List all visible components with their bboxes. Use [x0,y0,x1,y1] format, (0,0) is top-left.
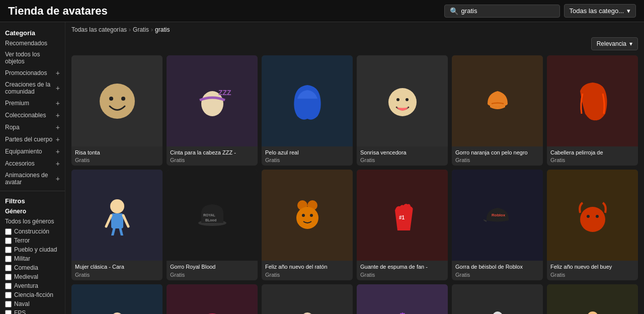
genre-item-3[interactable]: Militar [0,254,65,263]
item-card-4[interactable]: Gorro naranja con pelo negro Gratis [452,55,543,166]
genre-item-7[interactable]: Ciencia-ficción [0,290,65,299]
genre-checkbox-4[interactable] [5,265,12,271]
item-price-7: Gratis [170,272,254,278]
genre-label-2: Pueblo y ciudad [14,246,57,253]
page-title: Tienda de avatares [8,5,108,18]
svg-point-0 [100,84,135,119]
genre-checkbox-2[interactable] [5,247,12,253]
item-price-10: Gratis [455,272,539,278]
genre-checkbox-8[interactable] [5,301,12,307]
category-dropdown[interactable]: Todas las catego... ▾ [564,4,636,18]
sidebar-item-2[interactable]: Promocionados+ [0,67,65,79]
genre-item-8[interactable]: Naval [0,299,65,308]
breadcrumb-sep-1: › [129,26,131,33]
genre-checkbox-7[interactable] [5,292,12,298]
item-card-10[interactable]: Roblox Gorra de béisbol de Roblox Gratis [452,170,543,280]
item-card-0[interactable]: Risa tonta Gratis [71,55,163,166]
sidebar-item-8[interactable]: Equipamiento+ [0,145,65,158]
category-section-title: Categoría [0,26,65,38]
sidebar-item-7[interactable]: Partes del cuerpo+ [0,133,65,145]
item-card-14[interactable]: Aplauso Gratis [262,284,353,314]
item-price-6: Gratis [75,272,159,278]
svg-point-26 [596,215,599,218]
main-layout: Categoría RecomendadosVer todos los obje… [0,22,644,314]
genre-item-4[interactable]: Comedia [0,263,65,272]
genre-checkbox-9[interactable] [5,310,12,315]
sidebar-plus-icon-6: + [56,123,60,131]
genre-checkbox-1[interactable] [5,238,12,244]
sidebar-item-label-7: Partes del cuerpo [5,136,52,143]
svg-line-12 [112,228,114,236]
breadcrumb-all-categories[interactable]: Todas las categorías [71,26,127,33]
item-image-10: Roblox [452,170,543,261]
item-card-8[interactable]: Feliz año nuevo del ratón Gratis [262,170,353,280]
item-name-3: Sonrisa vencedora [360,149,444,156]
genre-item-0[interactable]: Construcción [0,227,65,236]
item-image-8 [262,170,353,261]
search-input[interactable] [461,7,554,15]
item-name-8: Feliz año nuevo del ratón [265,263,349,270]
sidebar-item-label-10: Animaciones de avatar [5,172,56,186]
item-card-16[interactable]: Inclinación Gratis [452,284,543,314]
item-image-3 [357,55,448,146]
svg-point-21 [310,214,313,217]
genre-item-6[interactable]: Aventura [0,281,65,290]
svg-point-19 [296,207,318,229]
item-card-11[interactable]: Feliz año nuevo del buey Gratis [547,170,638,280]
item-image-12 [71,284,163,314]
sidebar-item-10[interactable]: Animaciones de avatar+ [0,170,65,188]
genre-checkbox-3[interactable] [5,256,12,262]
item-card-6[interactable]: Mujer clásica - Cara Gratis [71,170,163,280]
item-price-5: Gratis [550,157,634,163]
svg-point-25 [587,215,590,218]
svg-text:Roblox: Roblox [492,213,506,217]
item-card-17[interactable]: Daniel Gratis [547,284,638,314]
genre-item-1[interactable]: Terror [0,236,65,245]
genre-item-2[interactable]: Pueblo y ciudad [0,245,65,254]
sidebar-item-gender-all[interactable]: Todos los géneros [0,216,65,227]
item-card-15[interactable]: Recogido lavanda Gratis [357,284,448,314]
item-name-6: Mujer clásica - Cara [75,263,159,270]
filters-title: Filtros [0,194,65,206]
genre-checkbox-0[interactable] [5,228,12,235]
search-bar[interactable]: 🔍 [444,5,560,18]
genre-label-1: Terror [14,237,30,244]
genre-checkbox-5[interactable] [5,274,12,280]
item-image-6 [71,170,163,261]
sidebar-item-3[interactable]: Creaciones de la comunidad+ [0,79,65,97]
sort-dropdown[interactable]: Relevancia ▾ [591,37,638,50]
item-info-2: Pelo azul real Gratis [262,146,353,166]
item-card-7[interactable]: ROYALBLood Gorro Royal Blood Gratis [167,170,258,280]
svg-line-13 [120,228,122,236]
breadcrumb-gratis-link[interactable]: Gratis [133,26,149,33]
item-price-8: Gratis [265,272,349,278]
item-image-0 [71,55,163,146]
item-price-2: Gratis [265,157,349,163]
item-image-11 [547,170,638,261]
sidebar-item-1[interactable]: Ver todos los objetos [0,49,65,67]
genre-checkbox-6[interactable] [5,283,12,289]
item-card-13[interactable]: Disco Poster Girl - Zara Larsson Gratis [167,284,258,314]
item-card-9[interactable]: #1 Guante de espuma de fan - Gratis [357,170,448,280]
sidebar-item-0[interactable]: Recomendados [0,38,65,49]
item-name-10: Gorra de béisbol de Roblox [455,263,539,270]
sidebar-item-5[interactable]: Coleccionables+ [0,109,65,121]
item-card-3[interactable]: Sonrisa vencedora Gratis [357,55,448,166]
genre-item-5[interactable]: Medieval [0,272,65,281]
svg-point-7 [406,98,409,101]
svg-point-2 [121,97,125,101]
genre-label-4: Comedia [14,264,38,271]
sort-row: Relevancia ▾ [71,37,638,50]
item-card-2[interactable]: Pelo azul real Gratis [262,55,353,166]
item-card-1[interactable]: ZZZ Cinta para la cabeza ZZZ - Gratis [167,55,258,166]
item-name-4: Gorro naranja con pelo negro [455,149,539,156]
svg-point-43 [493,311,503,314]
sidebar-item-4[interactable]: Premium+ [0,97,65,109]
sidebar-item-9[interactable]: Accesorios+ [0,158,65,170]
sidebar-item-6[interactable]: Ropa+ [0,121,65,133]
item-card-5[interactable]: Cabellera pelirroja de Gratis [547,55,638,166]
genre-item-9[interactable]: FPS [0,308,65,314]
sidebar-plus-icon-9: + [56,160,60,168]
item-info-1: Cinta para la cabeza ZZZ - Gratis [167,146,258,166]
item-card-12[interactable]: Linlin Gratis [71,284,163,314]
